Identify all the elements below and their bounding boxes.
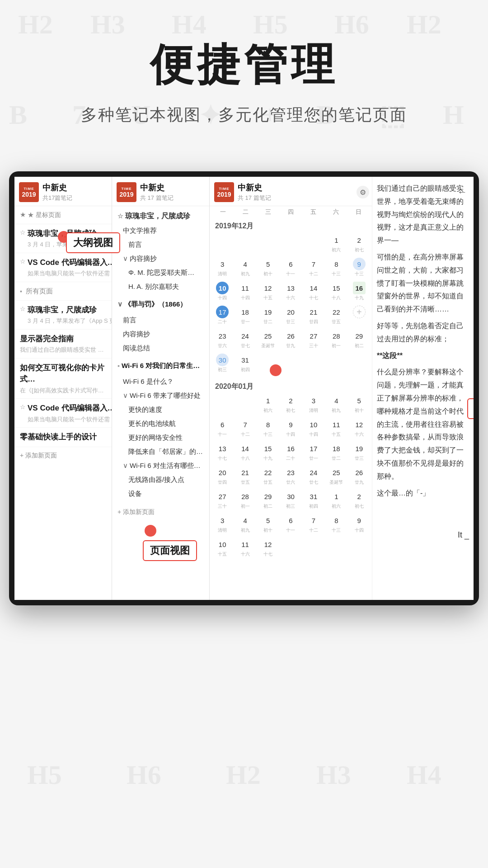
cal-day[interactable]: 1 初六 <box>325 232 347 255</box>
cal-day[interactable]: 21 廿四 <box>303 304 324 327</box>
cal-day[interactable]: 5 初十 <box>257 512 279 535</box>
list-item[interactable]: ☆ VS Code 代码编辑器入… 如果当电脑只能装一个软件还需 学习工作时，不… <box>14 253 112 282</box>
cal-day[interactable]: 17 廿一 <box>303 440 324 463</box>
outline-item[interactable]: 更好的网络安全性 <box>112 431 209 445</box>
cal-day[interactable]: 8 十三 <box>257 416 279 439</box>
cal-day[interactable]: 20 廿四 <box>211 464 233 487</box>
cal-day[interactable]: 31 初四 <box>303 488 324 511</box>
list-item[interactable]: 零基础快读上手的设计 <box>14 428 112 447</box>
cal-day[interactable]: 25 圣诞节 <box>257 328 279 351</box>
cal-day[interactable]: 3 清明 <box>211 256 233 279</box>
cal-day[interactable]: 16 十九 <box>348 280 370 303</box>
cal-day[interactable]: 7 十二 <box>234 416 256 439</box>
add-page-middle[interactable]: + 添加新页面 <box>112 504 209 521</box>
cal-day[interactable]: 17 二十 <box>211 304 233 327</box>
cal-day[interactable]: 12 十六 <box>348 416 370 439</box>
cal-day-add[interactable]: + <box>348 304 370 327</box>
cal-day[interactable]: 28 初一 <box>234 488 256 511</box>
cal-day[interactable]: 28 初一 <box>325 328 347 351</box>
outline-item-expandable[interactable]: ∨内容摘抄 <box>112 252 209 266</box>
cal-day[interactable]: 15 十九 <box>257 440 279 463</box>
outline-item[interactable]: 无线路由器/接入点 <box>112 473 209 487</box>
outline-item[interactable]: 设备 <box>112 487 209 501</box>
list-item[interactable]: ☆ 琼瑰非宝，尺牍成珍 3 月 4 日，苹果发布了《App S 更新。新版《标准… <box>14 301 112 330</box>
cal-day[interactable]: 19 廿二 <box>257 304 279 327</box>
cal-day[interactable]: 27 三十 <box>303 328 324 351</box>
cal-day[interactable]: 4 初九 <box>234 256 256 279</box>
cal-day[interactable]: 13 十六 <box>280 280 301 303</box>
cal-day[interactable]: 23 廿六 <box>211 328 233 351</box>
outline-item[interactable]: 前言 <box>112 313 209 327</box>
outline-item-expandable[interactable]: ∨Wi-Fi 6 带来了哪些好处 <box>112 389 209 403</box>
outline-item[interactable]: ☆琼瑰非宝，尺牍成珍 <box>112 209 209 224</box>
cal-day[interactable]: 2 初七 <box>280 392 301 415</box>
outline-item-expandable[interactable]: ∨Wi-Fi 6 对生活有哪些帮助… <box>112 459 209 473</box>
cal-day[interactable]: 12 十七 <box>257 536 279 559</box>
outline-item[interactable]: 更长的电池续航 <box>112 417 209 431</box>
starred-section[interactable]: ★ ★ 星标页面 <box>14 206 112 224</box>
cal-day[interactable]: 14 十七 <box>303 280 324 303</box>
cal-day[interactable]: 22 廿五 <box>325 304 347 327</box>
cal-day[interactable]: 3 清明 <box>211 512 233 535</box>
outline-item[interactable]: H. A. 别尔嘉耶夫 <box>112 280 209 294</box>
cal-day[interactable]: 30 初三 <box>211 352 233 375</box>
cal-day[interactable]: 25 圣诞节 <box>325 464 347 487</box>
cal-day[interactable]: 8 十三 <box>325 256 347 279</box>
cal-day[interactable]: 6 十一 <box>280 512 301 535</box>
cal-day[interactable]: 20 廿三 <box>280 304 301 327</box>
cal-day[interactable]: 26 廿九 <box>280 328 301 351</box>
cal-day[interactable]: 18 廿二 <box>325 440 347 463</box>
cal-day[interactable]: 10 十五 <box>211 536 233 559</box>
cal-day[interactable]: 11 十四 <box>234 280 256 303</box>
cal-day[interactable]: 21 廿五 <box>234 464 256 487</box>
settings-icon[interactable]: ⚙ <box>357 186 369 198</box>
cal-day[interactable]: 9 十四 <box>280 416 301 439</box>
all-pages[interactable]: ▪ 所有页面 <box>14 282 112 301</box>
cal-day[interactable]: 18 廿一 <box>234 304 256 327</box>
cal-day[interactable]: 14 十八 <box>234 440 256 463</box>
outline-item[interactable]: 降低来自「邻居家」的… <box>112 445 209 459</box>
cal-day-today[interactable]: 10 十四 <box>211 280 233 303</box>
cal-day[interactable]: 9 十三 <box>348 256 370 279</box>
cal-day[interactable]: 2 初七 <box>348 232 370 255</box>
cal-day[interactable]: 8 十三 <box>325 512 347 535</box>
cal-day[interactable]: 11 十六 <box>234 536 256 559</box>
cal-day[interactable]: 24 廿七 <box>234 328 256 351</box>
outline-item[interactable]: 内容摘抄 <box>112 327 209 341</box>
cal-day[interactable]: 7 十二 <box>303 512 324 535</box>
cal-day[interactable]: 4 初九 <box>234 512 256 535</box>
cal-day[interactable]: 6 十一 <box>280 256 301 279</box>
cal-day[interactable]: 9 十四 <box>348 512 370 535</box>
list-item[interactable]: 如何交互可视化你的卡片式… 在《[如何高效实践卡片式写作？ sspai.com/… <box>14 359 112 399</box>
cal-day[interactable]: 1 初六 <box>257 392 279 415</box>
cal-day[interactable]: 23 廿六 <box>280 464 301 487</box>
add-page-left[interactable]: + 添加新页面 <box>14 447 112 464</box>
outline-item[interactable]: 更快的速度 <box>112 403 209 417</box>
cal-day[interactable]: 11 十五 <box>325 416 347 439</box>
outline-item[interactable]: 阅读总结 <box>112 341 209 355</box>
cal-day[interactable]: 30 初三 <box>280 488 301 511</box>
cal-day[interactable]: 4 初九 <box>325 392 347 415</box>
list-item[interactable]: 显示器完全指南 我们通过自己的眼睛感受实世 受着毫无束缚的视野与绚烂缤纷 <box>14 330 112 359</box>
cal-day[interactable]: 26 廿九 <box>348 464 370 487</box>
cal-day[interactable]: 2 初七 <box>348 488 370 511</box>
cal-day[interactable]: 29 初二 <box>348 328 370 351</box>
cal-day[interactable]: 10 十四 <box>303 416 324 439</box>
cal-day[interactable]: 22 廿五 <box>257 464 279 487</box>
cal-day[interactable]: 27 三十 <box>211 488 233 511</box>
cal-day[interactable]: 24 廿七 <box>303 464 324 487</box>
cal-day[interactable]: 19 廿三 <box>348 440 370 463</box>
back-arrow[interactable]: ← <box>457 183 467 201</box>
cal-day[interactable]: 1 初六 <box>325 488 347 511</box>
outline-item[interactable]: 中文学推荐 <box>112 224 209 238</box>
outline-item[interactable]: Wi-Fi 6 是什么？ <box>112 375 209 389</box>
cal-day[interactable]: 31 初四 <box>234 352 256 375</box>
cal-day[interactable]: 5 初十 <box>257 256 279 279</box>
cal-day[interactable]: 29 初二 <box>257 488 279 511</box>
cal-day[interactable]: 12 十五 <box>257 280 279 303</box>
cal-day[interactable]: 13 十七 <box>211 440 233 463</box>
list-item[interactable]: ☆ VS Code 代码编辑器入… 如果当电脑只能装一个软件还需 学习工作时，不… <box>14 399 112 428</box>
outline-item[interactable]: 前言 <box>112 238 209 252</box>
cal-day[interactable]: 7 十二 <box>303 256 324 279</box>
cal-day[interactable]: 5 初十 <box>348 392 370 415</box>
